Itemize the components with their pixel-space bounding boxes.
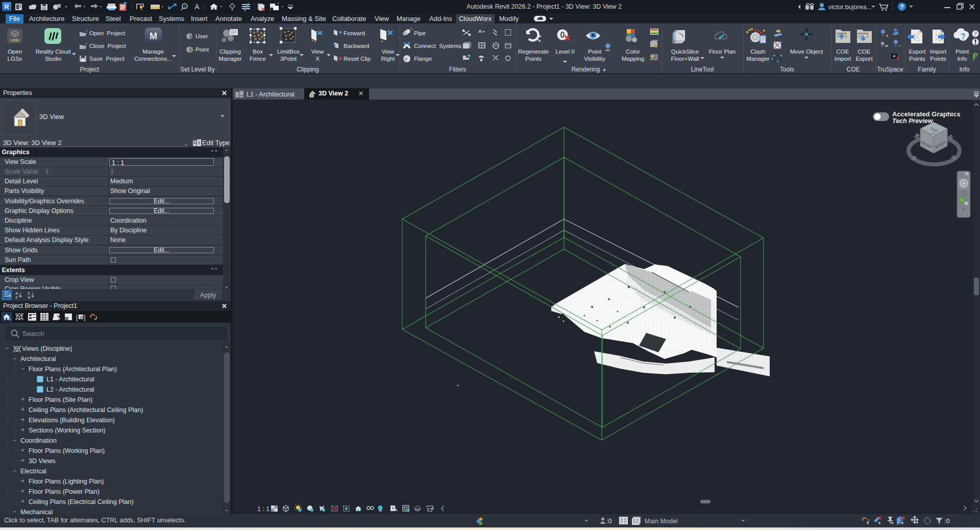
- svg-text:Autodesk Revit 2026.2 - Projec: Autodesk Revit 2026.2 - Project1 - 3D Vi…: [467, 3, 622, 10]
- svg-text:Main Model: Main Model: [645, 518, 678, 525]
- svg-text:LGSx: LGSx: [11, 38, 19, 42]
- svg-text:Accelerated Graphics: Accelerated Graphics: [892, 110, 961, 118]
- svg-text:Z: Z: [15, 295, 18, 300]
- svg-text:A: A: [28, 295, 31, 300]
- svg-text:?: ?: [900, 4, 903, 11]
- svg-text::0: :0: [606, 518, 611, 525]
- svg-text:[: [: [76, 314, 78, 321]
- svg-text:]: ]: [84, 314, 86, 321]
- svg-text:Tech Preview: Tech Preview: [892, 117, 934, 125]
- svg-text:0: 0: [560, 31, 565, 39]
- svg-text:1 : 1: 1 : 1: [257, 505, 270, 513]
- svg-text:R: R: [4, 3, 9, 11]
- svg-text:?: ?: [974, 31, 977, 37]
- svg-text:1: 1: [184, 5, 186, 8]
- svg-text:A: A: [194, 3, 200, 11]
- svg-text:M: M: [150, 31, 157, 41]
- svg-text::0: :0: [944, 518, 949, 525]
- svg-text:victor.bujorea...: victor.bujorea...: [828, 4, 872, 11]
- svg-text:?: ?: [961, 32, 966, 41]
